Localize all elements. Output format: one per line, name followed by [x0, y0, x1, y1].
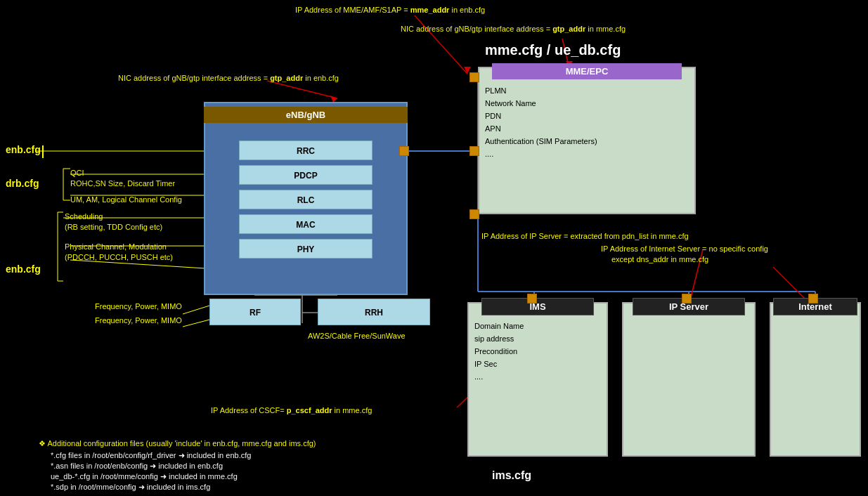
- connector-internet-top: [808, 294, 818, 304]
- ip-server-addr-label: IP Address of IP Server = extracted from…: [481, 232, 689, 240]
- connector-ims-top: [527, 294, 537, 304]
- mme-epc-title: MME/EPC: [492, 63, 682, 79]
- rohc-label: ROHC,SN Size, Discard Timer: [70, 179, 175, 188]
- rf-box: RF: [209, 299, 301, 325]
- svg-line-20: [267, 81, 337, 98]
- rrc-layer: RRC: [239, 141, 373, 160]
- enb-gnb-title: eNB/gNB: [204, 107, 408, 123]
- um-am-label: UM, AM, Logical Channel Config: [70, 195, 182, 204]
- additional-config-label: ❖ Additional configuration files (usuall…: [39, 439, 316, 448]
- pdcch-label: (PDCCH, PUCCH, PUSCH etc): [65, 253, 173, 261]
- rb-setting-label: (RB setting, TDD Config etc): [65, 223, 162, 231]
- nic-gtp-enb-label: NIC address of gNB/gtp interface address…: [118, 74, 339, 82]
- connector-ipserver-top: [682, 294, 692, 304]
- connector-mme-top: [469, 72, 479, 82]
- mme-cfg-header: mme.cfg / ue_db.cfg: [485, 42, 621, 58]
- mac-layer: MAC: [239, 214, 373, 234]
- enb-cfg-line: [42, 145, 44, 158]
- enb-cfg-bottom-label: enb.cfg: [6, 263, 41, 275]
- enb-cfg-left-label: enb.cfg: [6, 144, 41, 155]
- ims-cfg-label: ims.cfg: [492, 469, 531, 482]
- svg-line-29: [183, 320, 209, 327]
- cscf-addr-label: IP Address of CSCF= p_cscf_addr in mme.c…: [211, 406, 372, 415]
- cfg2-label: *.asn files in /root/enb/config ➜ includ…: [51, 462, 223, 471]
- cfg4-label: *.sdp in /root/mme/config ➜ included in …: [51, 483, 210, 492]
- dns-addr-label: except dns_addr in mme.cfg: [611, 255, 708, 263]
- mme-content: PLMN Network Name PDN APN Authentication…: [485, 84, 597, 160]
- connector-rrc-right: [399, 146, 409, 156]
- cfg3-label: ue_db-*.cfg in /root/mme/config ➜ includ…: [51, 472, 238, 481]
- freq1-label: Frequency, Power, MIMO: [95, 302, 182, 311]
- svg-line-28: [183, 306, 209, 314]
- scheduling-label: Scheduling: [65, 212, 103, 221]
- phy-layer: PHY: [239, 239, 373, 259]
- pdcp-layer: PDCP: [239, 165, 373, 185]
- ip-server-box: [622, 302, 756, 457]
- nic-gtp-mme-label: NIC address of gNB/gtp interface address…: [401, 25, 626, 33]
- ims-title: IMS: [481, 298, 594, 315]
- qci-label: QCI: [70, 169, 84, 177]
- aw2s-label: AW2S/Cable Free/SunWave: [308, 332, 406, 340]
- physical-label: Physical Channel, Modulation: [65, 242, 167, 251]
- drb-cfg-label: drb.cfg: [6, 178, 39, 189]
- cfg1-label: *.cfg files in /root/enb/config/rf_drive…: [51, 451, 251, 460]
- top-annotation-label: IP Address of MME/AMF/S1AP = mme_addr in…: [295, 6, 485, 14]
- connector-mme-bottom: [469, 209, 479, 219]
- ims-content: Domain Name sip address Precondition IP …: [474, 320, 524, 383]
- rrh-box: RRH: [318, 299, 430, 325]
- connector-mme-left: [469, 146, 479, 156]
- internet-addr-label: IP Address of Internet Server = no speci…: [601, 244, 768, 253]
- internet-box: [770, 302, 861, 457]
- freq2-label: Frequency, Power, MIMO: [95, 316, 182, 325]
- rlc-layer: RLC: [239, 190, 373, 209]
